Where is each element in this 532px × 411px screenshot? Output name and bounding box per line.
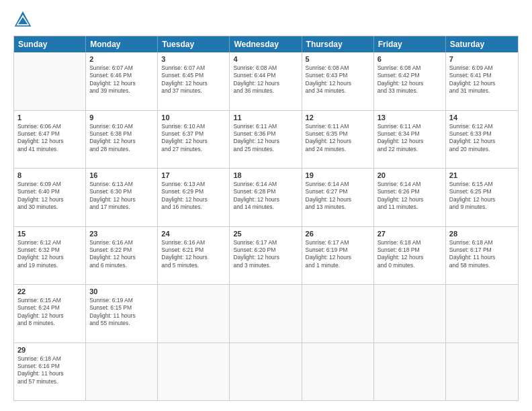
calendar-week-2: 1Sunrise: 6:06 AM Sunset: 6:47 PM Daylig… bbox=[14, 110, 518, 169]
calendar-cell: 4Sunrise: 6:08 AM Sunset: 6:44 PM Daylig… bbox=[230, 52, 302, 110]
day-number: 6 bbox=[378, 55, 442, 63]
day-number: 30 bbox=[89, 287, 154, 295]
calendar-cell bbox=[302, 285, 374, 342]
day-number: 20 bbox=[378, 171, 442, 179]
day-info: Sunrise: 6:13 AM Sunset: 6:30 PM Dayligh… bbox=[89, 181, 154, 212]
calendar-week-6: 29Sunrise: 6:18 AM Sunset: 6:16 PM Dayli… bbox=[14, 342, 518, 401]
calendar-cell: 26Sunrise: 6:17 AM Sunset: 6:19 PM Dayli… bbox=[302, 227, 374, 285]
day-number: 27 bbox=[378, 230, 442, 238]
day-number: 10 bbox=[161, 113, 226, 122]
calendar-cell bbox=[86, 343, 158, 401]
day-info: Sunrise: 6:12 AM Sunset: 6:33 PM Dayligh… bbox=[449, 123, 515, 154]
day-info: Sunrise: 6:16 AM Sunset: 6:21 PM Dayligh… bbox=[161, 239, 226, 270]
calendar-cell bbox=[374, 343, 446, 401]
calendar-cell: 6Sunrise: 6:08 AM Sunset: 6:42 PM Daylig… bbox=[374, 52, 446, 110]
calendar-cell: 10Sunrise: 6:10 AM Sunset: 6:37 PM Dayli… bbox=[158, 111, 230, 169]
page: SundayMondayTuesdayWednesdayThursdayFrid… bbox=[0, 0, 532, 411]
calendar-cell: 16Sunrise: 6:13 AM Sunset: 6:30 PM Dayli… bbox=[86, 169, 158, 226]
calendar-cell: 8Sunrise: 6:09 AM Sunset: 6:40 PM Daylig… bbox=[14, 169, 86, 226]
day-number: 14 bbox=[449, 113, 515, 122]
day-number: 13 bbox=[378, 113, 442, 122]
calendar-cell: 12Sunrise: 6:11 AM Sunset: 6:35 PM Dayli… bbox=[302, 111, 374, 169]
day-number: 25 bbox=[233, 230, 298, 238]
calendar-cell: 19Sunrise: 6:14 AM Sunset: 6:27 PM Dayli… bbox=[302, 169, 374, 226]
day-number: 16 bbox=[89, 171, 154, 179]
calendar-cell: 5Sunrise: 6:08 AM Sunset: 6:43 PM Daylig… bbox=[302, 52, 374, 110]
day-info: Sunrise: 6:14 AM Sunset: 6:28 PM Dayligh… bbox=[233, 181, 298, 212]
calendar-cell: 22Sunrise: 6:15 AM Sunset: 6:24 PM Dayli… bbox=[14, 285, 86, 342]
day-number: 9 bbox=[89, 113, 154, 122]
weekday-header-monday: Monday bbox=[86, 36, 158, 52]
day-info: Sunrise: 6:06 AM Sunset: 6:47 PM Dayligh… bbox=[17, 123, 82, 154]
calendar-cell: 14Sunrise: 6:12 AM Sunset: 6:33 PM Dayli… bbox=[446, 111, 518, 169]
calendar-cell: 11Sunrise: 6:11 AM Sunset: 6:36 PM Dayli… bbox=[230, 111, 302, 169]
day-number: 19 bbox=[306, 171, 370, 179]
calendar-cell: 25Sunrise: 6:17 AM Sunset: 6:20 PM Dayli… bbox=[230, 227, 302, 285]
day-info: Sunrise: 6:11 AM Sunset: 6:35 PM Dayligh… bbox=[306, 123, 370, 154]
calendar-cell: 13Sunrise: 6:11 AM Sunset: 6:34 PM Dayli… bbox=[374, 111, 446, 169]
day-number: 23 bbox=[89, 230, 154, 238]
day-number: 22 bbox=[17, 287, 82, 295]
header bbox=[13, 10, 519, 29]
day-number: 18 bbox=[233, 171, 298, 179]
day-number: 2 bbox=[89, 55, 154, 63]
calendar-cell: 27Sunrise: 6:18 AM Sunset: 6:18 PM Dayli… bbox=[374, 227, 446, 285]
day-info: Sunrise: 6:15 AM Sunset: 6:25 PM Dayligh… bbox=[449, 181, 515, 212]
calendar-cell: 23Sunrise: 6:16 AM Sunset: 6:22 PM Dayli… bbox=[86, 227, 158, 285]
calendar-cell: 9Sunrise: 6:10 AM Sunset: 6:38 PM Daylig… bbox=[86, 111, 158, 169]
day-info: Sunrise: 6:11 AM Sunset: 6:36 PM Dayligh… bbox=[233, 123, 298, 154]
calendar-cell bbox=[158, 285, 230, 342]
calendar-cell: 17Sunrise: 6:13 AM Sunset: 6:29 PM Dayli… bbox=[158, 169, 230, 226]
day-number: 24 bbox=[161, 230, 226, 238]
calendar-cell: 2Sunrise: 6:07 AM Sunset: 6:46 PM Daylig… bbox=[86, 52, 158, 110]
day-info: Sunrise: 6:10 AM Sunset: 6:38 PM Dayligh… bbox=[89, 123, 154, 154]
calendar-cell bbox=[446, 343, 518, 401]
day-number: 26 bbox=[306, 230, 370, 238]
day-info: Sunrise: 6:17 AM Sunset: 6:20 PM Dayligh… bbox=[233, 239, 298, 270]
calendar-cell bbox=[446, 285, 518, 342]
day-info: Sunrise: 6:17 AM Sunset: 6:19 PM Dayligh… bbox=[306, 239, 370, 270]
day-number: 15 bbox=[17, 230, 82, 238]
day-number: 12 bbox=[306, 113, 370, 122]
day-info: Sunrise: 6:08 AM Sunset: 6:43 PM Dayligh… bbox=[306, 64, 370, 95]
calendar-body: 2Sunrise: 6:07 AM Sunset: 6:46 PM Daylig… bbox=[14, 52, 518, 400]
calendar-cell: 18Sunrise: 6:14 AM Sunset: 6:28 PM Dayli… bbox=[230, 169, 302, 226]
calendar-cell: 24Sunrise: 6:16 AM Sunset: 6:21 PM Dayli… bbox=[158, 227, 230, 285]
calendar-week-5: 22Sunrise: 6:15 AM Sunset: 6:24 PM Dayli… bbox=[14, 284, 518, 342]
day-info: Sunrise: 6:18 AM Sunset: 6:18 PM Dayligh… bbox=[378, 239, 442, 270]
calendar-week-3: 8Sunrise: 6:09 AM Sunset: 6:40 PM Daylig… bbox=[14, 168, 518, 226]
calendar-cell: 28Sunrise: 6:18 AM Sunset: 6:17 PM Dayli… bbox=[446, 227, 518, 285]
calendar-cell: 1Sunrise: 6:06 AM Sunset: 6:47 PM Daylig… bbox=[14, 111, 86, 169]
weekday-header-thursday: Thursday bbox=[302, 36, 374, 52]
day-number: 11 bbox=[233, 113, 298, 122]
calendar-cell: 20Sunrise: 6:14 AM Sunset: 6:26 PM Dayli… bbox=[374, 169, 446, 226]
day-number: 29 bbox=[17, 346, 82, 354]
day-info: Sunrise: 6:16 AM Sunset: 6:22 PM Dayligh… bbox=[89, 239, 154, 270]
calendar-week-4: 15Sunrise: 6:12 AM Sunset: 6:32 PM Dayli… bbox=[14, 226, 518, 285]
calendar-cell: 7Sunrise: 6:09 AM Sunset: 6:41 PM Daylig… bbox=[446, 52, 518, 110]
logo-icon bbox=[13, 10, 32, 29]
calendar: SundayMondayTuesdayWednesdayThursdayFrid… bbox=[13, 36, 519, 401]
day-number: 21 bbox=[449, 171, 515, 179]
calendar-week-1: 2Sunrise: 6:07 AM Sunset: 6:46 PM Daylig… bbox=[14, 52, 518, 110]
day-info: Sunrise: 6:15 AM Sunset: 6:24 PM Dayligh… bbox=[17, 297, 82, 328]
day-info: Sunrise: 6:10 AM Sunset: 6:37 PM Dayligh… bbox=[161, 123, 226, 154]
day-number: 4 bbox=[233, 55, 298, 63]
day-info: Sunrise: 6:08 AM Sunset: 6:42 PM Dayligh… bbox=[378, 64, 442, 95]
day-info: Sunrise: 6:13 AM Sunset: 6:29 PM Dayligh… bbox=[161, 181, 226, 212]
day-info: Sunrise: 6:18 AM Sunset: 6:16 PM Dayligh… bbox=[17, 355, 82, 386]
calendar-header: SundayMondayTuesdayWednesdayThursdayFrid… bbox=[14, 36, 518, 52]
calendar-cell: 30Sunrise: 6:19 AM Sunset: 6:15 PM Dayli… bbox=[86, 285, 158, 342]
weekday-header-friday: Friday bbox=[374, 36, 446, 52]
day-info: Sunrise: 6:09 AM Sunset: 6:41 PM Dayligh… bbox=[449, 64, 515, 95]
calendar-cell: 3Sunrise: 6:07 AM Sunset: 6:45 PM Daylig… bbox=[158, 52, 230, 110]
day-number: 1 bbox=[17, 113, 82, 122]
calendar-cell bbox=[302, 343, 374, 401]
calendar-cell bbox=[230, 285, 302, 342]
weekday-header-sunday: Sunday bbox=[14, 36, 86, 52]
calendar-cell: 29Sunrise: 6:18 AM Sunset: 6:16 PM Dayli… bbox=[14, 343, 86, 401]
calendar-cell bbox=[230, 343, 302, 401]
calendar-cell bbox=[14, 52, 86, 110]
calendar-cell bbox=[374, 285, 446, 342]
day-info: Sunrise: 6:19 AM Sunset: 6:15 PM Dayligh… bbox=[89, 297, 154, 328]
